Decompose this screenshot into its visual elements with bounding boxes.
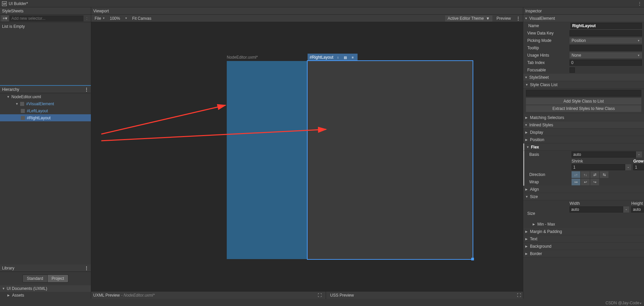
direction-label: Direction (529, 172, 572, 177)
library-section-uxml[interactable]: ▼ UI Documents (UXML) (0, 285, 91, 292)
width-field[interactable] (570, 206, 623, 212)
fold-background[interactable]: ▶Background (523, 243, 644, 250)
minmax-label[interactable]: Min - Max (537, 222, 555, 227)
fold-display[interactable]: ▶Display (523, 129, 644, 136)
viewdatakey-field[interactable] (570, 30, 642, 36)
shrink-unit-button[interactable]: - (625, 164, 631, 170)
dir-column-button[interactable]: ↓↑ (572, 171, 580, 178)
stylesheets-title: StyleSheets (2, 9, 23, 13)
dir-row-reverse-button[interactable]: ⇆ (600, 171, 608, 178)
uxml-preview-label[interactable]: UXML Preview (93, 293, 120, 298)
wrap-reverse-button[interactable]: ↪ (590, 179, 599, 185)
expand-uxml-icon[interactable]: ⛶ (318, 293, 322, 298)
fold-position[interactable]: ▶Position (523, 136, 644, 143)
tab-standard[interactable]: Standard (22, 274, 48, 283)
window-menu-icon[interactable]: ⋮ (638, 1, 642, 6)
wrap-none-button[interactable]: ↦ (572, 179, 580, 185)
viewport-title: Viewport (93, 9, 109, 13)
zoom-dropdown[interactable]: 100%▼ (108, 15, 129, 21)
width-unit-button[interactable]: - (623, 206, 629, 212)
hierarchy-leftlayout[interactable]: #LeftLayout (0, 107, 91, 114)
styleclass-input[interactable] (526, 90, 641, 97)
hierarchy-left-label: #LeftLayout (27, 109, 48, 113)
grow-field[interactable] (633, 164, 644, 170)
align-icon[interactable]: ▤ (343, 55, 348, 60)
hierarchy-ve-label: #VisualElement (26, 102, 54, 106)
foldout-arrow-icon[interactable]: ▼ (15, 102, 20, 106)
fold-align[interactable]: ▶Align (523, 186, 644, 193)
expand-uss-icon[interactable]: ⛶ (517, 293, 521, 298)
shrink-field[interactable] (572, 164, 625, 170)
canvas[interactable]: NodeEditor.uxml* #RightLayout ↕ ▤ ≡ (91, 22, 523, 291)
tooltip-label: Tooltip (527, 46, 570, 50)
tabindex-field[interactable] (570, 60, 642, 66)
add-styleclass-button[interactable]: Add Style Class to List (526, 98, 641, 105)
usagehints-dropdown[interactable]: None▼ (570, 52, 642, 58)
grow-label: Grow (633, 159, 644, 164)
tab-project[interactable]: Project (48, 274, 68, 283)
wrap-label: Wrap (529, 180, 572, 184)
focusable-checkbox[interactable] (570, 67, 575, 73)
element-icon (20, 102, 24, 106)
foldout-arrow-icon[interactable]: ▼ (7, 95, 11, 99)
element-icon (21, 109, 25, 113)
wrap-wrap-button[interactable]: ↩ (581, 179, 590, 185)
fold-stylesheet[interactable]: ▼StyleSheet (523, 74, 644, 81)
fold-matchingselectors[interactable]: ▶Matching Selectors (523, 114, 644, 121)
foldout-arrow-icon[interactable]: ▶ (7, 294, 12, 297)
fold-margin[interactable]: ▶Margin & Padding (523, 228, 644, 235)
fold-flex[interactable]: ▼Flex (523, 143, 644, 151)
library-assets[interactable]: ▶ Assets (0, 292, 91, 299)
fit-canvas-button[interactable]: Fit Canvas (130, 15, 153, 21)
foldout-arrow-icon[interactable]: ▼ (2, 287, 7, 290)
uxml-preview-sub: - NodeEditor.uxml* (121, 293, 155, 298)
fold-text[interactable]: ▶Text (523, 235, 644, 243)
tooltip-field[interactable] (570, 45, 642, 51)
name-field[interactable] (571, 23, 642, 29)
hierarchy-visualelement[interactable]: ▼ #VisualElement (0, 100, 91, 107)
app-icon: UI (2, 1, 7, 6)
dir-column-reverse-button[interactable]: ↑↓ (581, 171, 590, 178)
hierarchy-title: Hierarchy (2, 87, 19, 92)
hierarchy-root[interactable]: ▼ NodeEditor.uxml (0, 93, 91, 100)
size-row-label: Size (527, 211, 570, 216)
hierarchy-header: Hierarchy ⋮ (0, 86, 91, 93)
watermark: CSDN @Jay-Code▼ (605, 301, 642, 305)
library-menu-icon[interactable]: ⋮ (84, 265, 89, 271)
selection-tag-label: #RightLayout (310, 55, 333, 60)
flex-direction-icon[interactable]: ↕ (335, 55, 341, 60)
svg-line-0 (101, 105, 225, 134)
add-stylesheet-button[interactable]: +▾ (1, 15, 9, 21)
pickingmode-label: Picking Mode (527, 38, 570, 43)
hierarchy-rightlayout[interactable]: #RightLayout (0, 114, 91, 121)
pickingmode-dropdown[interactable]: Position▼ (570, 38, 642, 44)
fold-size[interactable]: ▼Size (523, 193, 644, 200)
dir-row-button[interactable]: ⇄ (590, 171, 599, 178)
basis-field[interactable] (572, 151, 636, 158)
height-field[interactable] (631, 206, 644, 212)
fold-inlinedstyles[interactable]: ▼Inlined Styles (523, 121, 644, 129)
preview-toggle[interactable]: Preview (493, 15, 514, 21)
fold-border[interactable]: ▶Border (523, 250, 644, 257)
basis-unit-button[interactable]: - (636, 151, 642, 158)
hierarchy-root-label: NodeEditor.uxml (11, 95, 41, 99)
viewport-menu-icon[interactable]: ⋮ (515, 16, 522, 21)
fold-styleclasslist[interactable]: ▼Style Class List (523, 81, 644, 88)
file-menu[interactable]: File▼ (93, 15, 107, 21)
selector-input[interactable] (9, 15, 84, 21)
shrink-label: Shrink (572, 159, 631, 164)
uss-preview-label[interactable]: USS Preview (330, 293, 354, 298)
justify-icon[interactable]: ≡ (350, 55, 356, 60)
theme-dropdown[interactable]: Active Editor Theme▼ (445, 15, 493, 21)
width-label: Width (570, 201, 629, 206)
fold-visualelement[interactable]: ▼VisualElement (523, 15, 644, 22)
selector-pseudo-button[interactable]: : (84, 16, 90, 21)
height-label: Height (631, 201, 644, 206)
canvas-doc-label: NodeEditor.uxml* (227, 55, 258, 60)
resize-handle[interactable] (471, 258, 474, 260)
hierarchy-menu-icon[interactable]: ⋮ (84, 87, 89, 92)
canvas-left-layout[interactable] (227, 61, 308, 259)
extract-styles-button[interactable]: Extract Inlined Styles to New Class (526, 105, 641, 112)
canvas-right-layout[interactable] (308, 61, 473, 259)
selection-tag[interactable]: #RightLayout ↕ ▤ ≡ (308, 54, 358, 61)
